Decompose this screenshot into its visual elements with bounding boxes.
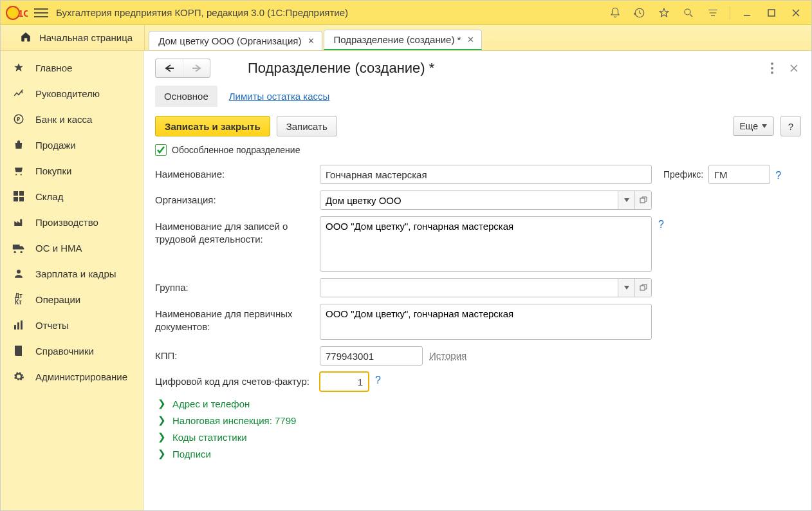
logo-1c: 1C [6,6,28,20]
sidebar-item-reports[interactable]: Отчеты [1,312,143,338]
sidebar-item-assets[interactable]: ОС и НМА [1,235,143,261]
tab-home[interactable]: Начальная страница [8,25,145,50]
history-icon[interactable] [629,4,650,22]
star-icon[interactable] [654,4,674,22]
svg-rect-4 [768,10,775,16]
chevron-right-icon: ❯ [158,414,166,426]
org-label: Организация: [155,190,320,205]
svg-rect-18 [640,198,645,203]
help-icon[interactable]: ? [375,372,381,386]
expand-sign[interactable]: ❯ Подписи [158,448,801,460]
help-icon[interactable]: ? [775,167,781,181]
tab-department[interactable]: Подразделение (создание) * ✕ [324,30,482,50]
expand-tax[interactable]: ❯ Налоговая инспекция: 7799 [158,414,801,426]
org-input[interactable] [320,191,618,209]
code-input[interactable] [320,372,369,391]
separate-division-checkbox[interactable] [155,144,167,156]
svg-point-0 [6,6,19,19]
innertab-limits[interactable]: Лимиты остатка кассы [220,86,339,107]
more-button[interactable]: Еще [733,116,775,136]
factory-icon [12,216,25,228]
org-combo[interactable] [320,190,652,210]
sidebar-item-hr[interactable]: Зарплата и кадры [1,261,143,286]
checkbox-label: Обособленное подразделение [172,145,300,155]
menu-icon[interactable] [34,6,48,20]
dropdown-icon[interactable] [618,191,634,209]
minimize-icon[interactable] [737,4,757,22]
expand-stat[interactable]: ❯ Коды статистики [158,431,801,443]
group-input[interactable] [320,279,618,297]
svg-rect-12 [14,325,16,330]
fullname-input[interactable] [320,216,652,272]
kpp-history-link[interactable]: История [429,346,466,361]
boxes-icon [12,190,25,203]
svg-text:₽: ₽ [17,116,20,122]
help-icon[interactable]: ? [658,216,664,230]
sidebar-item-sales[interactable]: Продажи [1,132,143,158]
svg-rect-10 [19,197,24,201]
sidebar-item-operations[interactable]: ДтКт Операции [1,286,143,312]
innertab-main[interactable]: Основное [155,86,217,107]
sidebar-item-production[interactable]: Производство [1,209,143,235]
sidebar-label: Главное [35,62,72,73]
dtkt-icon: ДтКт [12,293,25,306]
chevron-right-icon: ❯ [158,398,166,409]
svg-rect-9 [14,197,18,201]
group-combo[interactable] [320,278,652,297]
sidebar-label: Продажи [35,140,76,151]
inner-tabs: Основное Лимиты остатка кассы [155,86,801,107]
bars-icon [12,319,25,331]
sidebar-label: ОС и НМА [35,243,82,254]
close-icon[interactable] [786,4,806,22]
form: Наименование: Префикс: ? Организация: [155,165,801,460]
tab-close-icon[interactable]: ✕ [466,35,475,44]
prefix-label: Префикс: [663,169,703,180]
sidebar-label: Справочники [35,346,94,357]
open-icon[interactable] [634,191,651,209]
sidebar-label: Производство [35,217,98,228]
kpp-label: КПП: [155,346,320,361]
more-label: Еще [740,121,759,131]
expand-label: Подписи [172,449,211,460]
help-button[interactable]: ? [780,116,801,136]
kebab-icon[interactable] [765,61,779,75]
prefix-input[interactable] [708,165,770,184]
name-label: Наименование: [155,165,320,180]
svg-rect-14 [21,321,23,330]
sidebar-label: Зарплата и кадры [35,268,116,279]
tab-organization[interactable]: Дом цветку ООО (Организация) ✕ [149,31,322,50]
maximize-icon[interactable] [761,4,782,22]
open-icon[interactable] [634,279,651,297]
expand-address[interactable]: ❯ Адрес и телефон [158,398,801,409]
tab-label: Подразделение (создание) * [333,34,461,45]
save-and-close-button[interactable]: Записать и закрыть [155,116,270,136]
sidebar-item-catalogs[interactable]: Справочники [1,338,143,364]
sidebar-item-warehouse[interactable]: Склад [1,183,143,209]
docname-label: Наименование для первичных документов: [155,304,320,333]
settings-lines-icon[interactable] [703,4,723,22]
content: Подразделение (создание) * Основное Лими… [143,51,811,510]
back-button[interactable] [156,59,183,77]
sidebar-item-manager[interactable]: Руководителю [1,80,143,106]
gear-icon [12,370,25,383]
docname-input[interactable] [320,304,652,340]
bell-icon[interactable] [605,4,625,22]
sidebar-item-main[interactable]: Главное [1,55,143,80]
name-input[interactable] [320,165,652,184]
command-bar: Записать и закрыть Записать Еще ? [155,116,801,136]
kpp-input[interactable] [320,346,423,366]
close-page-icon[interactable] [787,61,801,75]
dropdown-icon[interactable] [618,279,634,297]
tab-home-label: Начальная страница [39,32,133,43]
sidebar-label: Отчеты [35,320,69,331]
search-icon[interactable] [678,4,699,22]
save-button[interactable]: Записать [277,116,337,136]
sidebar-item-admin[interactable]: Администрирование [1,364,143,389]
sidebar-item-purchases[interactable]: Покупки [1,158,143,183]
group-label: Группа: [155,278,320,293]
code-label: Цифровой код для счетов-фактур: [155,372,320,387]
expand-label: Адрес и телефон [172,398,250,409]
tab-close-icon[interactable]: ✕ [306,37,315,46]
sidebar-item-bank[interactable]: ₽ Банк и касса [1,106,143,132]
fullname-label: Наименование для записей о трудовой деят… [155,216,320,245]
